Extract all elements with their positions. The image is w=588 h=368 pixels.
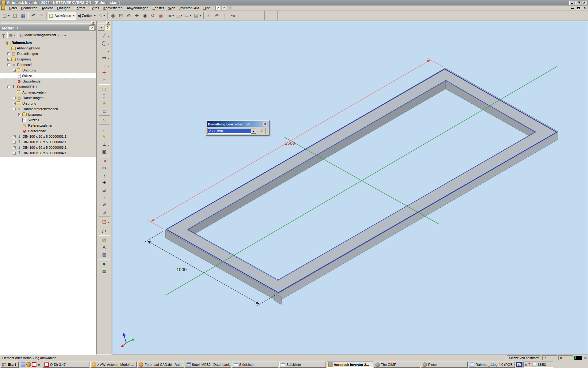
menu-konvertieren[interactable]: Konvertieren (101, 6, 125, 10)
sketch-update-dropdown-icon[interactable]: ▼ (103, 15, 105, 17)
pan-button[interactable]: ✚ (133, 12, 141, 20)
dimension-value-text[interactable]: 2500 mm (208, 129, 251, 133)
tree-item-rahmenreferenzmodell[interactable]: −✎Rahmenreferenzmodell (0, 106, 96, 112)
menu-web[interactable]: Web (166, 6, 177, 10)
close-button[interactable]: × (582, 1, 587, 5)
start-button[interactable]: Start (1, 362, 19, 368)
mirror-button[interactable]: ◫ (98, 85, 110, 93)
constraint-button[interactable]: ⊥▼ (98, 140, 110, 148)
browser-close-icon[interactable]: × (91, 21, 95, 25)
browser-title-dropdown-icon[interactable]: ▼ (16, 27, 89, 29)
display-shaded-button[interactable]: ■▼ (167, 12, 175, 20)
tree-expand-icon[interactable]: + (13, 135, 16, 138)
help-topics-icon[interactable]: ? (215, 6, 220, 10)
move-button[interactable]: ✚ (98, 179, 110, 186)
tree-item-darstellungen[interactable]: +▤Darstellungen (0, 51, 96, 56)
menu-einfügen[interactable]: Einfügen (55, 6, 72, 10)
taskbar-button-aw-antwort-modell[interactable]: > AW: Antwort: Modell ... (90, 362, 137, 368)
taskbar-button-the-gimp[interactable]: The GIMP (374, 362, 420, 368)
menu-format[interactable]: Format (72, 6, 87, 10)
dimension-2500-label[interactable]: 2500 (285, 140, 295, 146)
circular-pattern-button[interactable]: ⊛ (98, 100, 110, 107)
tree-expand-icon[interactable]: + (13, 141, 16, 144)
back-dropdown-icon[interactable]: ▼ (94, 15, 96, 17)
rotate-sphere-button[interactable]: ⊜ (213, 12, 221, 20)
tree-expand-icon[interactable]: + (18, 113, 21, 116)
menu-extras[interactable]: Extras (87, 6, 101, 10)
zoom-window-button[interactable]: ⊞ (117, 12, 125, 20)
tree-expand-icon[interactable]: − (7, 63, 10, 66)
viewport-canvas[interactable]: 2500 1000 (112, 21, 588, 354)
mdi-restore-button[interactable] (576, 6, 581, 10)
tree-item-abhängigkeiten[interactable]: +Abhängigkeiten (0, 45, 96, 51)
tree-expand-icon[interactable]: + (13, 102, 16, 105)
display-wireframe-dropdown-icon[interactable]: ▼ (180, 15, 183, 17)
3d-viewport[interactable]: 2500 1000 (112, 21, 588, 355)
parameter-dimension-button[interactable]: ⊦x (229, 12, 237, 20)
language-indicator[interactable]: DE (516, 362, 522, 367)
tree-expand-icon[interactable]: − (13, 108, 16, 110)
mdi-minimize-button[interactable] (570, 6, 575, 10)
zoom-selected-button[interactable]: ◉ (141, 12, 149, 20)
view-mode-label[interactable]: Modellierungsansicht (24, 33, 57, 37)
fillet-dropdown-icon[interactable]: ▼ (108, 65, 110, 67)
menu-ansicht[interactable]: Ansicht (40, 6, 55, 10)
menu-bearbeiten[interactable]: Bearbeiten (19, 6, 40, 10)
component-opacity-button[interactable]: ▤▼ (193, 12, 202, 20)
dialog-ok-button[interactable]: ✓ (258, 128, 266, 134)
taskbar-button-stückliste[interactable]: Stückliste (232, 362, 278, 368)
find-icon[interactable]: ∞ (62, 33, 66, 38)
menu-inventorcam[interactable]: InventorCAM (177, 6, 201, 10)
tree-expand-icon[interactable]: + (13, 97, 16, 99)
assistant-icon[interactable]: ? (221, 6, 226, 10)
dimension-value-input[interactable]: 2500 mm ▶ (207, 128, 256, 134)
text-button[interactable]: A (98, 243, 110, 251)
camera-plane-dropdown-icon[interactable]: ▼ (189, 15, 191, 17)
extend-button[interactable]: ⇥ (98, 157, 110, 164)
tree-item-referenzrahmen[interactable]: +✎Referenzrahmen (0, 123, 96, 128)
tree-item-skizze1[interactable]: +✎Skizze1 (0, 73, 96, 79)
tree-item-rahmen-iam[interactable]: +Rahmen.iam (0, 40, 96, 45)
layers-dropdown-icon[interactable]: ▼ (13, 34, 16, 36)
measure-angle-button[interactable]: ∠ (205, 12, 213, 20)
display-wireframe-button[interactable]: □▼ (175, 12, 184, 20)
tree-item-ursprung[interactable]: +Ursprung (0, 67, 96, 73)
tree-item-din-100-x-60-x-5-00000001-1[interactable]: +IDIN 100 x 60 x 5 00000001:1 (0, 134, 96, 139)
view-mode-icon[interactable]: ◧ (19, 33, 23, 37)
tree-expand-icon[interactable]: + (13, 69, 16, 72)
split-button[interactable]: ∤ (98, 172, 110, 179)
copy-button[interactable]: ⊞ (98, 186, 110, 194)
menu-datei[interactable]: Datei (7, 6, 19, 10)
menu-hilfe[interactable]: Hilfe (201, 6, 212, 10)
tree-item-bauteilende[interactable]: +⊘Bauteilende (0, 128, 96, 134)
tray-chevron-icon[interactable]: « (525, 363, 527, 366)
display-shaded-dropdown-icon[interactable]: ▼ (172, 15, 174, 17)
antivirus-tray-icon[interactable]: ☂ (528, 362, 531, 367)
mdi-close-button[interactable]: × (582, 6, 587, 10)
menu-fenster[interactable]: Fenster (150, 6, 166, 10)
back-button[interactable]: ◀Zurück▼ (76, 12, 97, 20)
offset-button[interactable]: ⊏ (98, 107, 110, 115)
stretch-button[interactable]: ▫ (98, 194, 110, 201)
select-tool-dropdown-icon[interactable]: ▼ (73, 15, 75, 17)
camera-plane-button[interactable]: ▱▼ (184, 12, 193, 20)
rotate-grip-button[interactable]: ↻ (98, 117, 110, 124)
filter-icon[interactable] (1, 34, 6, 36)
tree-expand-icon[interactable]: − (7, 86, 10, 88)
taskbar-button-autodesk-inventor-2[interactable]: Autodesk Inventor 2... (327, 362, 373, 368)
tree-expand-icon[interactable]: + (13, 152, 16, 155)
dimension-1000-label[interactable]: 1000 (176, 267, 187, 272)
circle-button[interactable]: ◯▼ (98, 39, 110, 47)
arc-button[interactable]: ⌒▼ (98, 47, 110, 54)
tree-item-bauteilende[interactable]: +⊘Bauteilende (0, 79, 96, 84)
sketch-panel-dropdown-icon[interactable]: ▼ (98, 25, 104, 31)
minimize-button[interactable] (569, 1, 575, 5)
polygon-button[interactable]: ⌂ (98, 76, 110, 83)
orbit-button[interactable]: ↺ (149, 12, 157, 20)
sketch-panel-close-icon[interactable]: × (106, 21, 110, 25)
menu-anwendungen[interactable]: Anwendungen (125, 6, 150, 10)
browser-help-icon[interactable]: ? (89, 25, 94, 30)
tree-expand-icon[interactable]: + (7, 52, 10, 55)
precise-input-button[interactable]: ┼ (221, 12, 229, 20)
tree-item-din-100-x-60-x-5-00000003-1[interactable]: +IDIN 100 x 60 x 5 00000003:1 (0, 145, 96, 150)
